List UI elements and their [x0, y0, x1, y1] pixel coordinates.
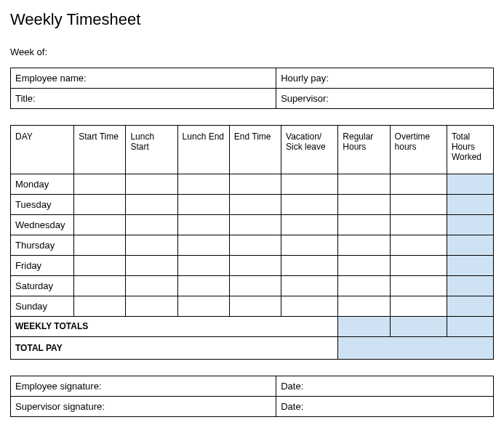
cell-total-hours — [447, 174, 493, 195]
employee-name-cell[interactable]: Employee name: — [11, 68, 276, 89]
cell-total-hours — [447, 215, 493, 235]
header-overtime-hours: Overtime hours — [390, 126, 447, 174]
cell-lunch-end[interactable] — [177, 256, 229, 276]
cell-total-hours — [447, 235, 493, 256]
row-monday: Monday — [11, 174, 494, 195]
cell-end-time[interactable] — [229, 256, 281, 276]
cell-lunch-end[interactable] — [177, 296, 229, 317]
employee-sig-date-cell[interactable]: Date: — [276, 376, 494, 397]
cell-end-time[interactable] — [229, 235, 281, 256]
cell-regular-hours[interactable] — [338, 256, 390, 276]
row-wednesday: Wednesday — [11, 215, 494, 235]
header-start-time: Start Time — [74, 126, 126, 174]
cell-end-time[interactable] — [229, 296, 281, 317]
table-row: Supervisor signature: Date: — [11, 397, 494, 417]
cell-overtime-hours[interactable] — [390, 296, 447, 317]
cell-total-hours — [447, 195, 493, 215]
cell-lunch-start[interactable] — [126, 215, 177, 235]
cell-start-time[interactable] — [74, 235, 126, 256]
cell-regular-hours[interactable] — [338, 276, 390, 296]
cell-overtime-hours[interactable] — [390, 215, 447, 235]
title-cell[interactable]: Title: — [11, 89, 276, 109]
cell-vacation-sick[interactable] — [281, 195, 338, 215]
cell-lunch-end[interactable] — [177, 195, 229, 215]
cell-lunch-start[interactable] — [126, 195, 177, 215]
signature-table: Employee signature: Date: Supervisor sig… — [10, 376, 494, 417]
row-tuesday: Tuesday — [11, 195, 494, 215]
employee-info-table: Employee name: Hourly pay: Title: Superv… — [10, 68, 494, 109]
row-saturday: Saturday — [11, 276, 494, 296]
cell-vacation-sick[interactable] — [281, 276, 338, 296]
cell-start-time[interactable] — [74, 174, 126, 195]
cell-vacation-sick[interactable] — [281, 235, 338, 256]
cell-end-time[interactable] — [229, 174, 281, 195]
row-weekly-totals: WEEKLY TOTALS — [11, 317, 494, 337]
cell-total-hours — [447, 296, 493, 317]
day-label: Sunday — [11, 296, 74, 317]
day-label: Wednesday — [11, 215, 74, 235]
weekly-totals-label: WEEKLY TOTALS — [11, 317, 338, 337]
supervisor-sig-date-cell[interactable]: Date: — [276, 397, 494, 417]
cell-regular-hours[interactable] — [338, 296, 390, 317]
total-pay-value — [338, 337, 494, 360]
cell-regular-hours[interactable] — [338, 174, 390, 195]
table-row: Title: Supervisor: — [11, 89, 494, 109]
cell-overtime-hours[interactable] — [390, 276, 447, 296]
cell-lunch-start[interactable] — [126, 256, 177, 276]
cell-end-time[interactable] — [229, 276, 281, 296]
table-row: Employee signature: Date: — [11, 376, 494, 397]
cell-start-time[interactable] — [74, 256, 126, 276]
cell-vacation-sick[interactable] — [281, 256, 338, 276]
cell-lunch-end[interactable] — [177, 235, 229, 256]
header-row: DAY Start Time Lunch Start Lunch End End… — [11, 126, 494, 174]
cell-lunch-start[interactable] — [126, 235, 177, 256]
cell-vacation-sick[interactable] — [281, 215, 338, 235]
cell-lunch-end[interactable] — [177, 276, 229, 296]
cell-regular-hours[interactable] — [338, 195, 390, 215]
header-end-time: End Time — [229, 126, 281, 174]
supervisor-signature-cell[interactable]: Supervisor signature: — [11, 397, 276, 417]
day-label: Saturday — [11, 276, 74, 296]
cell-lunch-start[interactable] — [126, 174, 177, 195]
cell-lunch-start[interactable] — [126, 296, 177, 317]
cell-vacation-sick[interactable] — [281, 174, 338, 195]
weekly-total-regular — [338, 317, 390, 337]
row-friday: Friday — [11, 256, 494, 276]
cell-lunch-start[interactable] — [126, 276, 177, 296]
day-label: Friday — [11, 256, 74, 276]
cell-regular-hours[interactable] — [338, 215, 390, 235]
cell-start-time[interactable] — [74, 276, 126, 296]
hourly-pay-cell[interactable]: Hourly pay: — [276, 68, 494, 89]
cell-regular-hours[interactable] — [338, 235, 390, 256]
row-total-pay: TOTAL PAY — [11, 337, 494, 360]
header-regular-hours: Regular Hours — [338, 126, 390, 174]
cell-start-time[interactable] — [74, 195, 126, 215]
total-pay-label: TOTAL PAY — [11, 337, 338, 360]
cell-start-time[interactable] — [74, 215, 126, 235]
cell-end-time[interactable] — [229, 215, 281, 235]
cell-overtime-hours[interactable] — [390, 174, 447, 195]
cell-overtime-hours[interactable] — [390, 256, 447, 276]
header-total-hours: Total Hours Worked — [447, 126, 493, 174]
page-title: Weekly Timesheet — [10, 10, 494, 29]
cell-lunch-end[interactable] — [177, 174, 229, 195]
week-of-label: Week of: — [10, 46, 494, 57]
table-row: Employee name: Hourly pay: — [11, 68, 494, 89]
cell-end-time[interactable] — [229, 195, 281, 215]
weekly-total-overtime — [390, 317, 447, 337]
cell-vacation-sick[interactable] — [281, 296, 338, 317]
day-label: Thursday — [11, 235, 74, 256]
supervisor-cell[interactable]: Supervisor: — [276, 89, 494, 109]
header-lunch-end: Lunch End — [177, 126, 229, 174]
row-thursday: Thursday — [11, 235, 494, 256]
cell-start-time[interactable] — [74, 296, 126, 317]
cell-overtime-hours[interactable] — [390, 195, 447, 215]
employee-signature-cell[interactable]: Employee signature: — [11, 376, 276, 397]
cell-lunch-end[interactable] — [177, 215, 229, 235]
cell-overtime-hours[interactable] — [390, 235, 447, 256]
cell-total-hours — [447, 276, 493, 296]
header-vacation-sick: Vacation/ Sick leave — [281, 126, 338, 174]
cell-total-hours — [447, 256, 493, 276]
day-label: Tuesday — [11, 195, 74, 215]
header-lunch-start: Lunch Start — [126, 126, 177, 174]
